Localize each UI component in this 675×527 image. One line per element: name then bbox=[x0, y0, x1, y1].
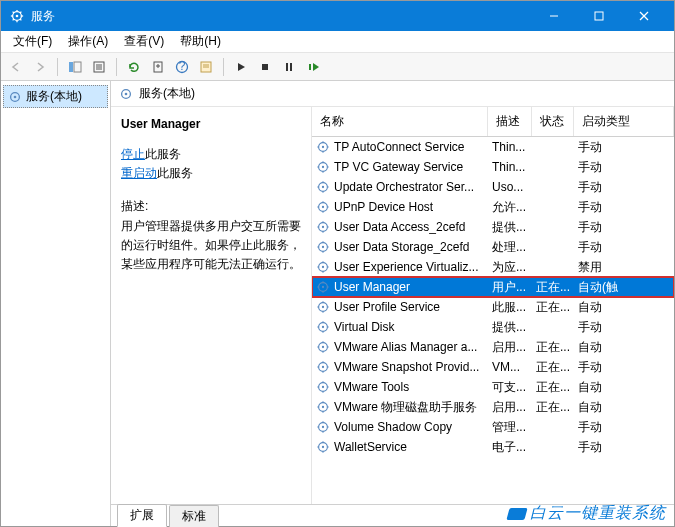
cell-status: 正在... bbox=[532, 357, 574, 378]
stop-link[interactable]: 停止 bbox=[121, 147, 145, 161]
table-row[interactable]: TP VC Gateway ServiceThin...手动 bbox=[312, 157, 674, 177]
desc-label: 描述: bbox=[121, 197, 301, 216]
col-type[interactable]: 启动类型 bbox=[574, 107, 674, 136]
svg-point-65 bbox=[322, 246, 324, 248]
svg-point-101 bbox=[322, 366, 324, 368]
cell-type: 手动 bbox=[574, 237, 674, 258]
cell-type: 手动 bbox=[574, 357, 674, 378]
cell-desc: 允许... bbox=[488, 197, 532, 218]
cell-status bbox=[532, 245, 574, 249]
main-header-label: 服务(本地) bbox=[139, 85, 195, 102]
detail-description: 描述: 用户管理器提供多用户交互所需要的运行时组件。如果停止此服务，某些应用程序… bbox=[121, 197, 301, 274]
cell-status: 正在... bbox=[532, 297, 574, 318]
pause-button[interactable] bbox=[278, 56, 300, 78]
col-name[interactable]: 名称 bbox=[312, 107, 488, 136]
table-row[interactable]: Volume Shadow Copy管理...手动 bbox=[312, 417, 674, 437]
cell-type: 手动 bbox=[574, 317, 674, 338]
gear-icon bbox=[119, 87, 133, 101]
gear-icon bbox=[316, 140, 330, 154]
help-button[interactable]: ? bbox=[171, 56, 193, 78]
restart-link[interactable]: 重启动 bbox=[121, 166, 157, 180]
gear-icon bbox=[316, 400, 330, 414]
restart-suffix: 此服务 bbox=[157, 166, 193, 180]
col-status[interactable]: 状态 bbox=[532, 107, 574, 136]
cell-desc: 电子... bbox=[488, 437, 532, 458]
main-body: User Manager 停止此服务 重启动此服务 描述: 用户管理器提供多用户… bbox=[111, 107, 674, 504]
table-row[interactable]: VMware Tools可支...正在...自动 bbox=[312, 377, 674, 397]
list-body[interactable]: TP AutoConnect ServiceThin...手动TP VC Gat… bbox=[312, 137, 674, 504]
table-row[interactable]: Update Orchestrator Ser...Uso...手动 bbox=[312, 177, 674, 197]
export-button[interactable] bbox=[147, 56, 169, 78]
cell-name: UPnP Device Host bbox=[312, 198, 488, 216]
gear-icon bbox=[316, 420, 330, 434]
gear-icon bbox=[316, 200, 330, 214]
services-window: 服务 文件(F) 操作(A) 查看(V) 帮助(H) ? bbox=[0, 0, 675, 527]
table-row[interactable]: User Experience Virtualiz...为应...禁用 bbox=[312, 257, 674, 277]
table-row[interactable]: User Manager用户...正在...自动(触 bbox=[312, 277, 674, 297]
maximize-button[interactable] bbox=[576, 1, 621, 31]
menu-action[interactable]: 操作(A) bbox=[60, 31, 116, 52]
table-row[interactable]: WalletService电子...手动 bbox=[312, 437, 674, 457]
svg-rect-29 bbox=[309, 64, 311, 70]
cell-status: 正在... bbox=[532, 397, 574, 418]
svg-point-119 bbox=[322, 426, 324, 428]
svg-point-53 bbox=[322, 206, 324, 208]
separator bbox=[116, 58, 117, 76]
tab-extended[interactable]: 扩展 bbox=[117, 504, 167, 527]
cell-desc: Uso... bbox=[488, 178, 532, 196]
cell-status bbox=[532, 205, 574, 209]
table-row[interactable]: User Data Access_2cefd提供...手动 bbox=[312, 217, 674, 237]
refresh-button[interactable] bbox=[123, 56, 145, 78]
cell-name: User Experience Virtualiz... bbox=[312, 258, 488, 276]
menu-view[interactable]: 查看(V) bbox=[116, 31, 172, 52]
cell-status bbox=[532, 445, 574, 449]
table-row[interactable]: VMware Snapshot Provid...VM...正在...手动 bbox=[312, 357, 674, 377]
cell-type: 手动 bbox=[574, 137, 674, 158]
cell-name: User Manager bbox=[312, 278, 488, 296]
cell-status: 正在... bbox=[532, 377, 574, 398]
stop-button[interactable] bbox=[254, 56, 276, 78]
cell-type: 自动 bbox=[574, 377, 674, 398]
svg-point-107 bbox=[322, 386, 324, 388]
table-row[interactable]: User Data Storage_2cefd处理...手动 bbox=[312, 237, 674, 257]
svg-point-113 bbox=[322, 406, 324, 408]
cell-status bbox=[532, 425, 574, 429]
separator bbox=[57, 58, 58, 76]
close-button[interactable] bbox=[621, 1, 666, 31]
properties2-button[interactable] bbox=[195, 56, 217, 78]
forward-button[interactable] bbox=[29, 56, 51, 78]
back-button[interactable] bbox=[5, 56, 27, 78]
toolbar: ? bbox=[1, 53, 674, 81]
menu-file[interactable]: 文件(F) bbox=[5, 31, 60, 52]
titlebar[interactable]: 服务 bbox=[1, 1, 674, 31]
tab-standard[interactable]: 标准 bbox=[169, 505, 219, 527]
gear-icon bbox=[316, 160, 330, 174]
tree-pane[interactable]: 服务(本地) bbox=[1, 81, 111, 526]
menu-help[interactable]: 帮助(H) bbox=[172, 31, 229, 52]
cell-name: VMware Alias Manager a... bbox=[312, 338, 488, 356]
svg-text:?: ? bbox=[179, 60, 186, 73]
svg-rect-26 bbox=[262, 64, 268, 70]
cell-name: User Data Storage_2cefd bbox=[312, 238, 488, 256]
table-row[interactable]: User Profile Service此服...正在...自动 bbox=[312, 297, 674, 317]
properties-button[interactable] bbox=[88, 56, 110, 78]
cell-name: VMware Tools bbox=[312, 378, 488, 396]
table-row[interactable]: VMware 物理磁盘助手服务启用...正在...自动 bbox=[312, 397, 674, 417]
col-desc[interactable]: 描述 bbox=[488, 107, 532, 136]
desc-text: 用户管理器提供多用户交互所需要的运行时组件。如果停止此服务，某些应用程序可能无法… bbox=[121, 217, 301, 275]
table-row[interactable]: VMware Alias Manager a...启用...正在...自动 bbox=[312, 337, 674, 357]
restart-button[interactable] bbox=[302, 56, 324, 78]
svg-rect-15 bbox=[74, 62, 81, 72]
cell-desc: 启用... bbox=[488, 397, 532, 418]
start-button[interactable] bbox=[230, 56, 252, 78]
gear-icon bbox=[9, 8, 25, 24]
show-hide-tree-button[interactable] bbox=[64, 56, 86, 78]
cell-status bbox=[532, 165, 574, 169]
tree-root[interactable]: 服务(本地) bbox=[3, 85, 108, 108]
tree-root-label: 服务(本地) bbox=[26, 88, 82, 105]
table-row[interactable]: TP AutoConnect ServiceThin...手动 bbox=[312, 137, 674, 157]
table-row[interactable]: UPnP Device Host允许...手动 bbox=[312, 197, 674, 217]
table-row[interactable]: Virtual Disk提供...手动 bbox=[312, 317, 674, 337]
cell-name: User Data Access_2cefd bbox=[312, 218, 488, 236]
minimize-button[interactable] bbox=[531, 1, 576, 31]
